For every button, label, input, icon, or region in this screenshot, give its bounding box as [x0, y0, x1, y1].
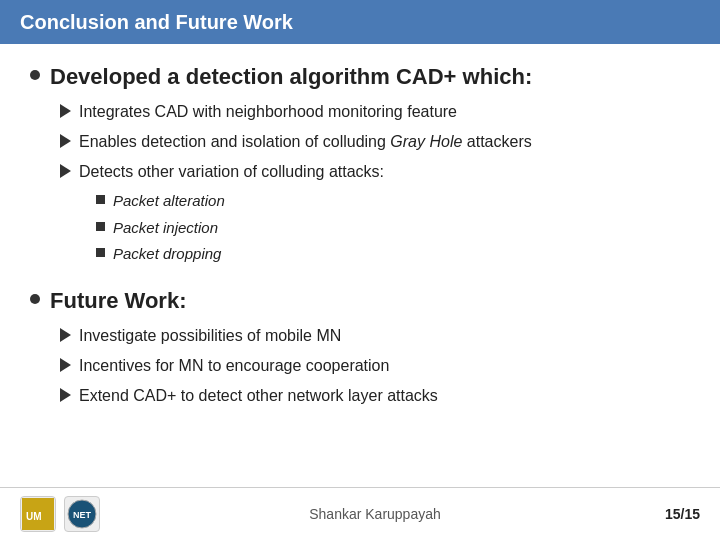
sub-item-future-3: Extend CAD+ to detect other network laye… — [60, 384, 690, 408]
arrow-icon — [60, 358, 71, 372]
slide-content: Developed a detection algorithm CAD+ whi… — [0, 44, 720, 487]
bullet-dot-icon — [30, 70, 40, 80]
packet-alteration-text: Packet alteration — [113, 190, 225, 213]
svg-text:NET: NET — [73, 510, 92, 520]
sub-item-future-text-1: Investigate possibilities of mobile MN — [79, 324, 341, 348]
slide-footer: UM NET Shankar Karuppayah 15/15 — [0, 487, 720, 540]
sub-item-future-1: Investigate possibilities of mobile MN — [60, 324, 690, 348]
sub-items-future: Investigate possibilities of mobile MN I… — [60, 324, 690, 408]
logo-um: UM — [20, 496, 56, 532]
sub-item-text-2: Enables detection and isolation of collu… — [79, 130, 532, 154]
sub-sub-items: Packet alteration Packet injection Packe… — [96, 190, 690, 266]
square-bullet-icon — [96, 222, 105, 231]
arrow-icon — [60, 328, 71, 342]
sub-sub-item-packet-injection: Packet injection — [96, 217, 690, 240]
packet-dropping-text: Packet dropping — [113, 243, 221, 266]
square-bullet-icon — [96, 248, 105, 257]
sub-item-3: Detects other variation of colluding att… — [60, 160, 690, 184]
main-bullet-developed: Developed a detection algorithm CAD+ whi… — [30, 64, 690, 90]
arrow-icon — [60, 388, 71, 402]
square-bullet-icon — [96, 195, 105, 204]
slide-title: Conclusion and Future Work — [20, 11, 293, 34]
arrow-icon — [60, 164, 71, 178]
svg-text:UM: UM — [26, 511, 42, 522]
packet-injection-text: Packet injection — [113, 217, 218, 240]
italic-gray-hole: Gray Hole — [390, 133, 462, 150]
footer-logos: UM NET — [20, 496, 100, 532]
section-future: Future Work: Investigate possibilities o… — [30, 288, 690, 414]
section-developed: Developed a detection algorithm CAD+ whi… — [30, 64, 690, 270]
second-logo-svg: NET — [66, 498, 98, 530]
arrow-icon — [60, 134, 71, 148]
sub-item-text-1: Integrates CAD with neighborhood monitor… — [79, 100, 457, 124]
slide-header: Conclusion and Future Work — [0, 0, 720, 44]
bullet-dot-icon — [30, 294, 40, 304]
sub-items-developed: Integrates CAD with neighborhood monitor… — [60, 100, 690, 266]
main-bullet-future: Future Work: — [30, 288, 690, 314]
arrow-icon — [60, 104, 71, 118]
main-bullet-text-developed: Developed a detection algorithm CAD+ whi… — [50, 64, 532, 90]
sub-item-text-3: Detects other variation of colluding att… — [79, 160, 384, 184]
sub-item-future-text-2: Incentives for MN to encourage cooperati… — [79, 354, 389, 378]
sub-item-future-2: Incentives for MN to encourage cooperati… — [60, 354, 690, 378]
main-bullet-text-future: Future Work: — [50, 288, 186, 314]
sub-item-future-text-3: Extend CAD+ to detect other network laye… — [79, 384, 438, 408]
sub-sub-item-packet-alteration: Packet alteration — [96, 190, 690, 213]
sub-item-1: Integrates CAD with neighborhood monitor… — [60, 100, 690, 124]
um-logo-svg: UM — [22, 498, 54, 530]
sub-item-2: Enables detection and isolation of collu… — [60, 130, 690, 154]
logo-second: NET — [64, 496, 100, 532]
slide: Conclusion and Future Work Developed a d… — [0, 0, 720, 540]
footer-author: Shankar Karuppayah — [100, 506, 650, 522]
sub-sub-item-packet-dropping: Packet dropping — [96, 243, 690, 266]
footer-page-number: 15/15 — [650, 506, 700, 522]
